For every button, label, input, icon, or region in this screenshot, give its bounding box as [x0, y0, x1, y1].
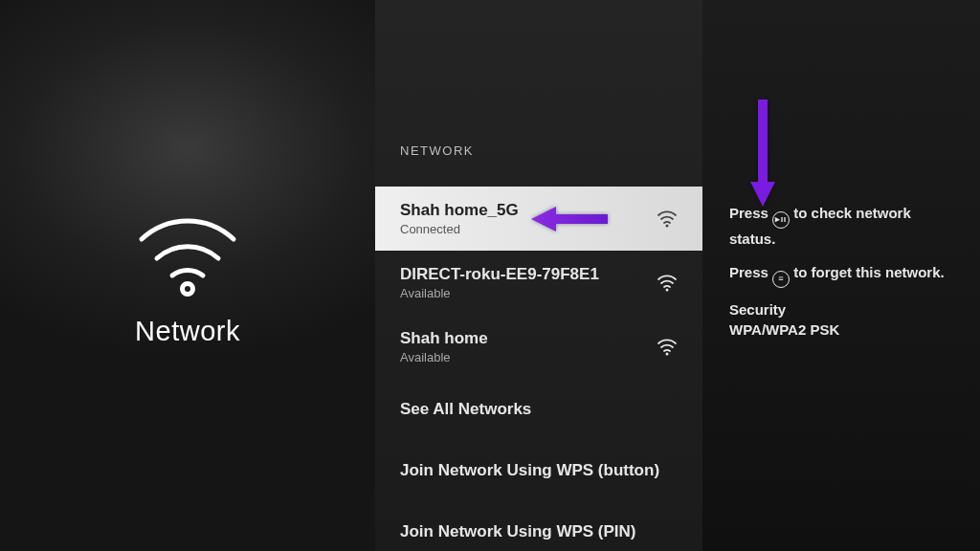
network-name: Shah home_5G — [400, 201, 657, 220]
forget-network-hint: Press ≡ to forget this network. — [729, 262, 953, 288]
section-heading: NETWORK — [375, 143, 702, 187]
svg-point-2 — [666, 288, 669, 291]
network-name: Shah home — [400, 329, 657, 348]
wifi-signal-icon — [657, 275, 678, 292]
sidebar: Network — [0, 0, 375, 551]
network-item-connected[interactable]: Shah home_5G Connected — [375, 187, 702, 251]
network-name: DIRECT-roku-EE9-79F8E1 — [400, 265, 657, 284]
join-wps-pin[interactable]: Join Network Using WPS (PIN) — [375, 501, 702, 551]
svg-point-3 — [666, 352, 669, 355]
page-title: Network — [135, 316, 240, 347]
wifi-signal-icon — [657, 210, 678, 228]
network-list: NETWORK Shah home_5G Connected DIR — [375, 0, 702, 551]
svg-point-1 — [666, 224, 669, 227]
network-item[interactable]: Shah home Available — [375, 315, 702, 379]
join-wps-button[interactable]: Join Network Using WPS (button) — [375, 440, 702, 501]
detail-pane: Press ▸ıı to check network status. Press… — [702, 0, 980, 551]
play-pause-icon: ▸ıı — [772, 211, 790, 229]
network-status: Connected — [400, 222, 657, 236]
see-all-networks[interactable]: See All Networks — [375, 379, 702, 440]
security-label: Security — [729, 301, 953, 318]
wifi-icon — [130, 210, 245, 297]
security-value: WPA/WPA2 PSK — [729, 321, 953, 338]
svg-point-0 — [183, 284, 193, 295]
wifi-signal-icon — [657, 339, 678, 356]
network-status: Available — [400, 350, 657, 364]
network-item[interactable]: DIRECT-roku-EE9-79F8E1 Available — [375, 251, 702, 315]
check-status-hint: Press ▸ıı to check network status. — [729, 203, 953, 249]
network-status: Available — [400, 286, 657, 300]
menu-icon: ≡ — [772, 271, 790, 288]
